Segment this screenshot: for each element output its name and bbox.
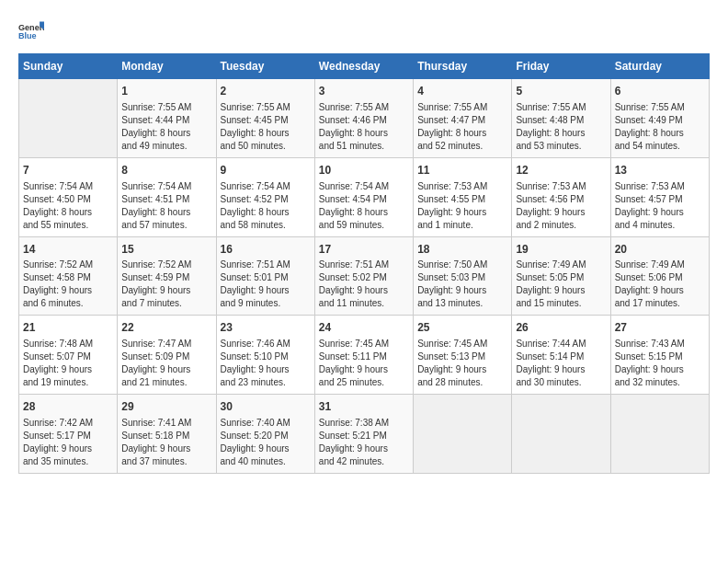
week-row-2: 7Sunrise: 7:54 AMSunset: 4:50 PMDaylight… [19, 157, 710, 236]
calendar-cell: 27Sunrise: 7:43 AMSunset: 5:15 PMDayligh… [610, 316, 709, 395]
calendar-cell: 24Sunrise: 7:45 AMSunset: 5:11 PMDayligh… [314, 316, 413, 395]
calendar-cell [414, 395, 512, 474]
calendar-cell: 17Sunrise: 7:51 AMSunset: 5:02 PMDayligh… [314, 236, 413, 316]
day-info: Sunrise: 7:45 AMSunset: 5:11 PMDaylight:… [319, 338, 409, 389]
column-header-sunday: Sunday [19, 54, 118, 79]
day-info: Sunrise: 7:55 AMSunset: 4:46 PMDaylight:… [319, 101, 409, 153]
day-number: 21 [23, 320, 113, 336]
calendar-cell: 11Sunrise: 7:53 AMSunset: 4:55 PMDayligh… [414, 157, 512, 236]
calendar-cell: 16Sunrise: 7:51 AMSunset: 5:01 PMDayligh… [216, 236, 314, 316]
day-info: Sunrise: 7:42 AMSunset: 5:17 PMDaylight:… [23, 417, 113, 468]
column-header-thursday: Thursday [414, 54, 512, 79]
calendar-cell [512, 395, 610, 474]
day-info: Sunrise: 7:53 AMSunset: 4:57 PMDaylight:… [615, 180, 705, 232]
day-number: 22 [121, 320, 211, 336]
day-number: 19 [516, 242, 606, 258]
day-number: 25 [417, 320, 507, 336]
calendar-cell: 26Sunrise: 7:44 AMSunset: 5:14 PMDayligh… [512, 316, 610, 395]
day-info: Sunrise: 7:54 AMSunset: 4:50 PMDaylight:… [23, 180, 113, 232]
calendar-cell [19, 79, 118, 158]
day-info: Sunrise: 7:49 AMSunset: 5:05 PMDaylight:… [516, 259, 606, 310]
column-header-wednesday: Wednesday [314, 54, 413, 79]
header-row: SundayMondayTuesdayWednesdayThursdayFrid… [19, 54, 710, 79]
day-info: Sunrise: 7:53 AMSunset: 4:55 PMDaylight:… [417, 180, 507, 232]
day-number: 11 [417, 163, 507, 178]
calendar-cell: 31Sunrise: 7:38 AMSunset: 5:21 PMDayligh… [314, 395, 413, 474]
calendar-cell: 22Sunrise: 7:47 AMSunset: 5:09 PMDayligh… [118, 316, 216, 395]
day-number: 5 [516, 84, 606, 99]
day-number: 13 [615, 163, 705, 178]
day-info: Sunrise: 7:50 AMSunset: 5:03 PMDaylight:… [417, 259, 507, 310]
calendar-cell: 7Sunrise: 7:54 AMSunset: 4:50 PMDaylight… [19, 157, 118, 236]
calendar-cell: 3Sunrise: 7:55 AMSunset: 4:46 PMDaylight… [314, 79, 413, 158]
day-info: Sunrise: 7:54 AMSunset: 4:52 PMDaylight:… [221, 180, 311, 232]
day-number: 12 [516, 163, 606, 178]
day-info: Sunrise: 7:44 AMSunset: 5:14 PMDaylight:… [516, 338, 606, 389]
day-number: 24 [319, 320, 409, 336]
day-number: 31 [319, 399, 409, 415]
day-number: 29 [121, 399, 211, 415]
day-info: Sunrise: 7:55 AMSunset: 4:45 PMDaylight:… [221, 101, 311, 153]
calendar-cell: 2Sunrise: 7:55 AMSunset: 4:45 PMDaylight… [216, 79, 314, 158]
calendar-cell: 15Sunrise: 7:52 AMSunset: 4:59 PMDayligh… [118, 236, 216, 316]
calendar-cell: 5Sunrise: 7:55 AMSunset: 4:48 PMDaylight… [512, 79, 610, 158]
logo: General Blue [18, 18, 48, 44]
calendar-cell: 13Sunrise: 7:53 AMSunset: 4:57 PMDayligh… [610, 157, 709, 236]
day-number: 7 [23, 163, 113, 178]
day-info: Sunrise: 7:53 AMSunset: 4:56 PMDaylight:… [516, 180, 606, 232]
calendar-cell: 25Sunrise: 7:45 AMSunset: 5:13 PMDayligh… [414, 316, 512, 395]
day-number: 16 [221, 242, 311, 258]
day-number: 26 [516, 320, 606, 336]
day-number: 4 [417, 84, 507, 99]
day-number: 15 [121, 242, 211, 258]
day-number: 20 [615, 242, 705, 258]
day-info: Sunrise: 7:55 AMSunset: 4:49 PMDaylight:… [615, 101, 705, 153]
week-row-4: 21Sunrise: 7:48 AMSunset: 5:07 PMDayligh… [19, 316, 710, 395]
calendar-cell: 20Sunrise: 7:49 AMSunset: 5:06 PMDayligh… [610, 236, 709, 316]
day-info: Sunrise: 7:43 AMSunset: 5:15 PMDaylight:… [615, 338, 705, 389]
day-info: Sunrise: 7:49 AMSunset: 5:06 PMDaylight:… [615, 259, 705, 310]
day-info: Sunrise: 7:38 AMSunset: 5:21 PMDaylight:… [319, 417, 409, 468]
calendar-table: SundayMondayTuesdayWednesdayThursdayFrid… [18, 53, 710, 474]
calendar-cell [610, 395, 709, 474]
day-info: Sunrise: 7:51 AMSunset: 5:02 PMDaylight:… [319, 259, 409, 310]
column-header-monday: Monday [118, 54, 216, 79]
week-row-3: 14Sunrise: 7:52 AMSunset: 4:58 PMDayligh… [19, 236, 710, 316]
day-info: Sunrise: 7:47 AMSunset: 5:09 PMDaylight:… [121, 338, 211, 389]
day-info: Sunrise: 7:55 AMSunset: 4:44 PMDaylight:… [121, 101, 211, 153]
page-header: General Blue [18, 18, 710, 44]
calendar-cell: 19Sunrise: 7:49 AMSunset: 5:05 PMDayligh… [512, 236, 610, 316]
day-info: Sunrise: 7:41 AMSunset: 5:18 PMDaylight:… [121, 417, 211, 468]
calendar-cell: 4Sunrise: 7:55 AMSunset: 4:47 PMDaylight… [414, 79, 512, 158]
day-info: Sunrise: 7:55 AMSunset: 4:48 PMDaylight:… [516, 101, 606, 153]
day-info: Sunrise: 7:52 AMSunset: 4:59 PMDaylight:… [121, 259, 211, 310]
day-number: 8 [121, 163, 211, 178]
day-number: 2 [221, 84, 311, 99]
week-row-1: 1Sunrise: 7:55 AMSunset: 4:44 PMDaylight… [19, 79, 710, 158]
day-number: 10 [319, 163, 409, 178]
column-header-tuesday: Tuesday [216, 54, 314, 79]
calendar-cell: 9Sunrise: 7:54 AMSunset: 4:52 PMDaylight… [216, 157, 314, 236]
calendar-cell: 12Sunrise: 7:53 AMSunset: 4:56 PMDayligh… [512, 157, 610, 236]
calendar-cell: 30Sunrise: 7:40 AMSunset: 5:20 PMDayligh… [216, 395, 314, 474]
day-number: 9 [221, 163, 311, 178]
calendar-cell: 18Sunrise: 7:50 AMSunset: 5:03 PMDayligh… [414, 236, 512, 316]
calendar-cell: 14Sunrise: 7:52 AMSunset: 4:58 PMDayligh… [19, 236, 118, 316]
day-info: Sunrise: 7:48 AMSunset: 5:07 PMDaylight:… [23, 338, 113, 389]
day-number: 3 [319, 84, 409, 99]
day-info: Sunrise: 7:55 AMSunset: 4:47 PMDaylight:… [417, 101, 507, 153]
day-number: 17 [319, 242, 409, 258]
day-number: 1 [121, 84, 211, 99]
day-number: 6 [615, 84, 705, 99]
calendar-cell: 6Sunrise: 7:55 AMSunset: 4:49 PMDaylight… [610, 79, 709, 158]
day-number: 28 [23, 399, 113, 415]
calendar-cell: 10Sunrise: 7:54 AMSunset: 4:54 PMDayligh… [314, 157, 413, 236]
column-header-saturday: Saturday [610, 54, 709, 79]
calendar-cell: 1Sunrise: 7:55 AMSunset: 4:44 PMDaylight… [118, 79, 216, 158]
day-info: Sunrise: 7:45 AMSunset: 5:13 PMDaylight:… [417, 338, 507, 389]
day-info: Sunrise: 7:46 AMSunset: 5:10 PMDaylight:… [221, 338, 311, 389]
calendar-cell: 28Sunrise: 7:42 AMSunset: 5:17 PMDayligh… [19, 395, 118, 474]
calendar-cell: 23Sunrise: 7:46 AMSunset: 5:10 PMDayligh… [216, 316, 314, 395]
day-number: 23 [221, 320, 311, 336]
day-info: Sunrise: 7:40 AMSunset: 5:20 PMDaylight:… [221, 417, 311, 468]
